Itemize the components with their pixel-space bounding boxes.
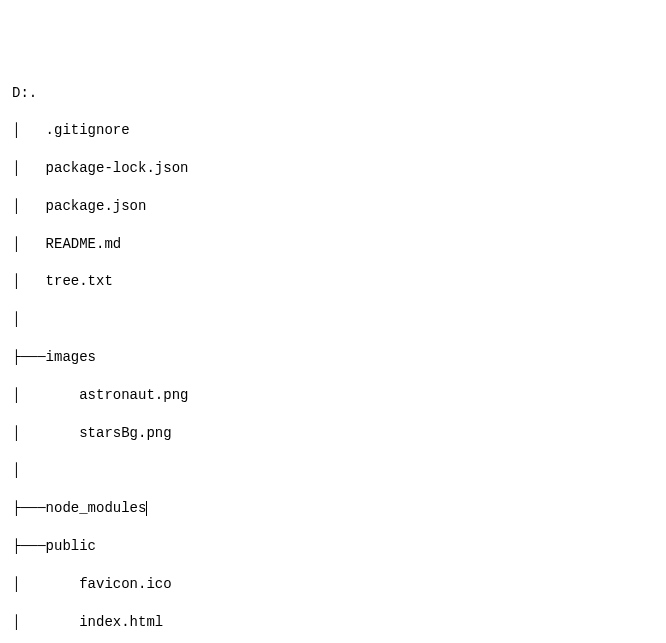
tree-dir-images: ├───images <box>12 348 654 367</box>
tree-root: D:. <box>12 84 654 103</box>
tree-file: │ index.html <box>12 613 654 632</box>
tree-file: │ .gitignore <box>12 121 654 140</box>
tree-dir-node-modules: ├───node_modules <box>12 499 654 518</box>
tree-blank: │ <box>12 310 654 329</box>
text-cursor <box>146 501 147 516</box>
tree-dir-public: ├───public <box>12 537 654 556</box>
tree-blank: │ <box>12 461 654 480</box>
tree-file: │ package.json <box>12 197 654 216</box>
tree-file: │ package-lock.json <box>12 159 654 178</box>
tree-file: │ starsBg.png <box>12 424 654 443</box>
tree-file: │ README.md <box>12 235 654 254</box>
tree-file: │ astronaut.png <box>12 386 654 405</box>
tree-file: │ tree.txt <box>12 272 654 291</box>
tree-file: │ favicon.ico <box>12 575 654 594</box>
